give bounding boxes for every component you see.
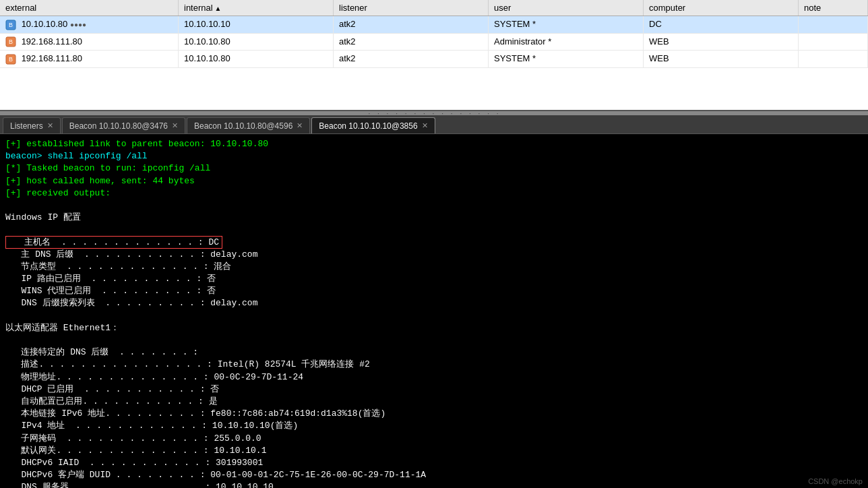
table-body: B 10.10.10.80 ●●●● 10.10.10.10 atk2 SYST…: [0, 16, 868, 68]
watermark: CSDN @echokp: [808, 477, 863, 485]
cell-user: SYSTEM *: [489, 16, 644, 33]
cell-computer: DC: [644, 16, 799, 33]
cell-note: [799, 16, 868, 33]
header-internal[interactable]: internal: [179, 0, 334, 16]
cell-note: [799, 51, 868, 67]
cell-internal: 10.10.10.80: [179, 34, 334, 51]
cell-computer: WEB: [644, 34, 799, 51]
console-line: 以太网适配器 Ethernet1：: [5, 322, 863, 334]
header-external[interactable]: external: [0, 0, 179, 16]
console-line: [*] Tasked beacon to run: ipconfig /all: [5, 162, 863, 175]
tab-beacon-3856[interactable]: Beacon 10.10.10.10@3856 ✕: [311, 117, 435, 133]
console-line: 默认网关. . . . . . . . . . . . . . : 10.10.…: [5, 445, 863, 457]
svg-text:B: B: [9, 22, 13, 28]
cell-external: B 10.10.10.80 ●●●●: [0, 16, 179, 33]
console-line: IPv4 地址 . . . . . . . . . . . . : 10.10.…: [5, 420, 863, 432]
close-tab-beacon-4596[interactable]: ✕: [297, 121, 303, 130]
table-row[interactable]: B 192.168.111.80 10.10.10.80 atk2 SYSTEM…: [0, 51, 868, 68]
beacon-icon: B: [5, 54, 16, 65]
console-line: DNS 后缀搜索列表 . . . . . . . . . : delay.com: [5, 297, 863, 309]
console-line: 节点类型 . . . . . . . . . . . . . : 混合: [5, 261, 863, 273]
console-line: [5, 310, 863, 322]
cell-listener: atk2: [334, 51, 489, 67]
close-tab-beacon-3476[interactable]: ✕: [172, 121, 178, 130]
console-line: beacon> shell ipconfig /all: [5, 150, 863, 162]
console-line: DNS 服务器 . . . . . . . . . . . . : 10.10.…: [5, 481, 863, 488]
console-line: 自动配置已启用. . . . . . . . . . . : 是: [5, 396, 863, 408]
console-line: 物理地址. . . . . . . . . . . . . . : 00-0C-…: [5, 371, 863, 384]
console-line: 主 DNS 后缀 . . . . . . . . . . . : delay.c…: [5, 249, 863, 261]
tab-beacon-4596[interactable]: Beacon 10.10.10.80@4596 ✕: [187, 117, 310, 133]
cell-external: B 192.168.111.80: [0, 51, 179, 67]
console-line: [5, 200, 863, 212]
console-line: 子网掩码 . . . . . . . . . . . . . : 255.0.0…: [5, 433, 863, 445]
cell-note: [799, 34, 868, 51]
close-tab-listeners[interactable]: ✕: [47, 121, 53, 130]
header-note[interactable]: note: [799, 0, 868, 16]
console-line: [+] received output:: [5, 187, 863, 200]
beacon-table: external internal listener user computer…: [0, 0, 868, 111]
console-line: IP 路由已启用 . . . . . . . . . . : 否: [5, 273, 863, 285]
close-tab-beacon-3856[interactable]: ✕: [422, 121, 428, 130]
console-line: 描述. . . . . . . . . . . . . . . . : Inte…: [5, 359, 863, 371]
console-line: [5, 224, 863, 236]
table-row[interactable]: B 10.10.10.80 ●●●● 10.10.10.10 atk2 SYST…: [0, 16, 868, 34]
console-line: [+] established link to parent beacon: 1…: [5, 138, 863, 150]
tab-listeners[interactable]: Listeners ✕: [3, 117, 61, 133]
console-line: DHCP 已启用 . . . . . . . . . . . : 否: [5, 384, 863, 396]
cell-external: B 192.168.111.80: [0, 34, 179, 51]
dots-indicator: ●●●●: [70, 21, 86, 28]
console-area[interactable]: [+] established link to parent beacon: 1…: [0, 134, 868, 488]
table-header: external internal listener user computer…: [0, 0, 868, 16]
cell-listener: atk2: [334, 16, 489, 33]
svg-text:B: B: [9, 38, 13, 45]
resize-dots: · · · · · · · · · · · · · · ·: [367, 111, 500, 117]
console-line: WINS 代理已启用 . . . . . . . . . : 否: [5, 285, 863, 297]
svg-text:B: B: [9, 56, 13, 63]
header-computer[interactable]: computer: [644, 0, 799, 16]
cell-computer: WEB: [644, 51, 799, 67]
cell-user: SYSTEM *: [489, 51, 644, 67]
console-line: 连接特定的 DNS 后缀 . . . . . . . :: [5, 346, 863, 359]
tab-bar: Listeners ✕ Beacon 10.10.10.80@3476 ✕ Be…: [0, 115, 868, 134]
tab-beacon-3476[interactable]: Beacon 10.10.10.80@3476 ✕: [62, 117, 185, 133]
cell-user: Administrator *: [489, 34, 644, 51]
hostname-highlight: 主机名 . . . . . . . . . . . . . : DC: [5, 236, 222, 249]
header-user[interactable]: user: [489, 0, 644, 16]
cell-listener: atk2: [334, 34, 489, 51]
console-line: [+] host called home, sent: 44 bytes: [5, 175, 863, 187]
table-row[interactable]: B 192.168.111.80 10.10.10.80 atk2 Admini…: [0, 34, 868, 51]
header-listener[interactable]: listener: [334, 0, 489, 16]
console-line: Windows IP 配置: [5, 212, 863, 224]
beacon-icon: B: [5, 20, 16, 30]
console-line: [5, 334, 863, 346]
console-line: 本地链接 IPv6 地址. . . . . . . . . : fe80::7c…: [5, 408, 863, 420]
cell-internal: 10.10.10.80: [179, 51, 334, 67]
console-line: DHCPv6 IAID . . . . . . . . . . . : 3019…: [5, 457, 863, 469]
beacon-icon: B: [5, 36, 16, 47]
cell-internal: 10.10.10.10: [179, 16, 334, 33]
console-line: 主机名 . . . . . . . . . . . . . : DC: [5, 237, 863, 249]
console-line: DHCPv6 客户端 DUID . . . . . . . . : 00-01-…: [5, 469, 863, 481]
